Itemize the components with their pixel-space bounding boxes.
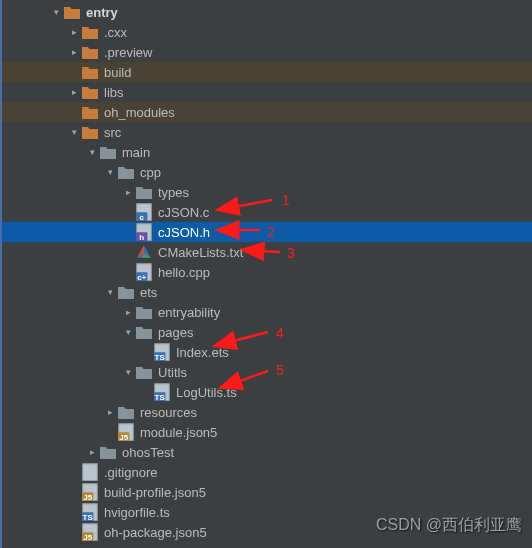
- tree-row[interactable]: ▸TSIndex.ets: [2, 342, 532, 362]
- tree-row[interactable]: ▾Utitls: [2, 362, 532, 382]
- tree-row[interactable]: ▸build: [2, 62, 532, 82]
- chevron-down-icon[interactable]: ▾: [122, 367, 134, 377]
- svg-text:c: c: [139, 212, 144, 221]
- tree-label: entryability: [158, 305, 220, 320]
- tree-label: hello.cpp: [158, 265, 210, 280]
- tree-row[interactable]: ▾cpp: [2, 162, 532, 182]
- file-icon: J5: [82, 484, 98, 500]
- tree-label: ets: [140, 285, 157, 300]
- chevron-right-icon[interactable]: ▸: [68, 47, 80, 57]
- tree-row[interactable]: ▸TSLogUtils.ts: [2, 382, 532, 402]
- chevron-down-icon[interactable]: ▾: [50, 7, 62, 17]
- tree-row[interactable]: ▸ccJSON.c: [2, 202, 532, 222]
- tree-row[interactable]: ▸entryability: [2, 302, 532, 322]
- folder-icon: [118, 284, 134, 300]
- tree-row[interactable]: ▸ohosTest: [2, 442, 532, 462]
- chevron-down-icon[interactable]: ▾: [86, 147, 98, 157]
- tree-row[interactable]: ▸c+hello.cpp: [2, 262, 532, 282]
- tree-label: entry: [86, 5, 118, 20]
- tree-label: libs: [104, 85, 124, 100]
- tree-label: .gitignore: [104, 465, 157, 480]
- file-icon: TS: [154, 384, 170, 400]
- tree-label: build-profile.json5: [104, 485, 206, 500]
- svg-rect-28: [83, 464, 97, 480]
- file-icon: J5: [82, 524, 98, 540]
- chevron-right-icon[interactable]: ▸: [86, 447, 98, 457]
- tree-row[interactable]: ▸J5module.json5: [2, 422, 532, 442]
- tree-label: .preview: [104, 45, 152, 60]
- file-tree: ▾entry▸.cxx▸.preview▸build▸libs▸oh_modul…: [2, 0, 532, 542]
- tree-row[interactable]: ▸.preview: [2, 42, 532, 62]
- chevron-down-icon[interactable]: ▾: [104, 167, 116, 177]
- chevron-down-icon[interactable]: ▾: [104, 287, 116, 297]
- folder-icon: [82, 84, 98, 100]
- tree-row[interactable]: ▾ets: [2, 282, 532, 302]
- folder-icon: [82, 64, 98, 80]
- tree-label: CMakeLists.txt: [158, 245, 243, 260]
- file-icon: [136, 244, 152, 260]
- folder-icon: [100, 444, 116, 460]
- chevron-right-icon[interactable]: ▸: [122, 187, 134, 197]
- tree-label: build: [104, 65, 131, 80]
- tree-label: hvigorfile.ts: [104, 505, 170, 520]
- svg-text:J5: J5: [83, 492, 92, 501]
- folder-icon: [82, 44, 98, 60]
- tree-row[interactable]: ▸.gitignore: [2, 462, 532, 482]
- tree-row[interactable]: ▸J5build-profile.json5: [2, 482, 532, 502]
- tree-label: .cxx: [104, 25, 127, 40]
- folder-icon: [64, 4, 80, 20]
- tree-label: cJSON.h: [158, 225, 210, 240]
- tree-row[interactable]: ▸oh_modules: [2, 102, 532, 122]
- chevron-right-icon[interactable]: ▸: [68, 87, 80, 97]
- chevron-right-icon[interactable]: ▸: [122, 307, 134, 317]
- tree-row[interactable]: ▸types: [2, 182, 532, 202]
- tree-row[interactable]: ▸libs: [2, 82, 532, 102]
- tree-label: pages: [158, 325, 193, 340]
- tree-label: cJSON.c: [158, 205, 209, 220]
- folder-icon: [82, 104, 98, 120]
- chevron-down-icon[interactable]: ▾: [68, 127, 80, 137]
- tree-label: types: [158, 185, 189, 200]
- chevron-down-icon[interactable]: ▾: [122, 327, 134, 337]
- tree-row[interactable]: ▸TShvigorfile.ts: [2, 502, 532, 522]
- tree-row[interactable]: ▸CMakeLists.txt: [2, 242, 532, 262]
- tree-row[interactable]: ▾entry: [2, 2, 532, 22]
- tree-label: Utitls: [158, 365, 187, 380]
- tree-row[interactable]: ▸resources: [2, 402, 532, 422]
- folder-icon: [136, 304, 152, 320]
- file-icon: TS: [82, 504, 98, 520]
- folder-icon: [136, 364, 152, 380]
- chevron-right-icon[interactable]: ▸: [68, 27, 80, 37]
- tree-row[interactable]: ▾pages: [2, 322, 532, 342]
- tree-label: cpp: [140, 165, 161, 180]
- tree-label: LogUtils.ts: [176, 385, 237, 400]
- tree-label: main: [122, 145, 150, 160]
- tree-row[interactable]: ▾src: [2, 122, 532, 142]
- tree-row[interactable]: ▾main: [2, 142, 532, 162]
- svg-text:J5: J5: [119, 432, 128, 441]
- tree-label: src: [104, 125, 121, 140]
- svg-text:h: h: [139, 232, 144, 241]
- file-icon: [82, 464, 98, 480]
- tree-label: oh-package.json5: [104, 525, 207, 540]
- folder-icon: [82, 24, 98, 40]
- tree-label: Index.ets: [176, 345, 229, 360]
- file-icon: h: [136, 224, 152, 240]
- tree-row[interactable]: ▸.cxx: [2, 22, 532, 42]
- tree-label: oh_modules: [104, 105, 175, 120]
- svg-text:TS: TS: [155, 392, 166, 401]
- folder-icon: [82, 124, 98, 140]
- file-icon: c+: [136, 264, 152, 280]
- svg-text:c+: c+: [137, 272, 146, 281]
- svg-text:J5: J5: [83, 532, 92, 541]
- chevron-right-icon[interactable]: ▸: [104, 407, 116, 417]
- tree-row[interactable]: ▸hcJSON.h: [2, 222, 532, 242]
- svg-text:TS: TS: [155, 352, 166, 361]
- file-icon: c: [136, 204, 152, 220]
- tree-label: module.json5: [140, 425, 217, 440]
- folder-icon: [100, 144, 116, 160]
- folder-icon: [118, 164, 134, 180]
- svg-text:TS: TS: [83, 512, 94, 521]
- tree-label: resources: [140, 405, 197, 420]
- tree-row[interactable]: ▸J5oh-package.json5: [2, 522, 532, 542]
